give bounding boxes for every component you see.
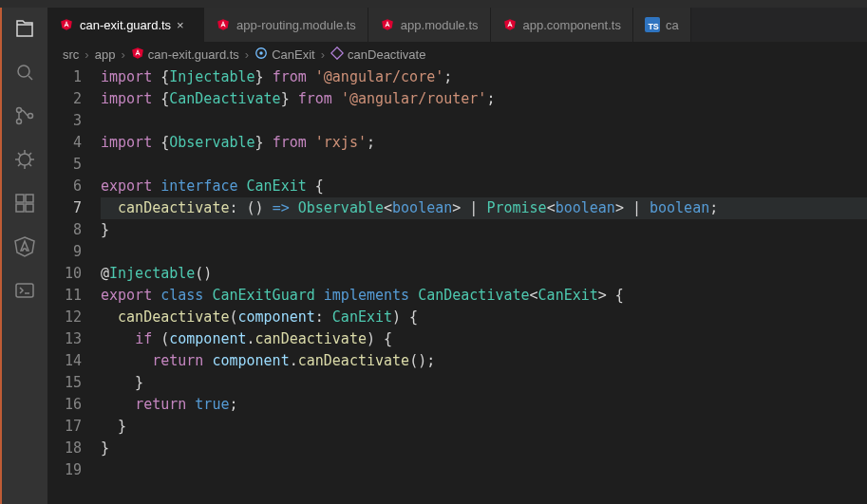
titlebar: [0, 0, 867, 8]
search-icon[interactable]: [11, 59, 38, 85]
code-editor[interactable]: 12345678910111213141516171819 import {In…: [47, 66, 867, 504]
code-line[interactable]: @Injectable(): [101, 263, 867, 285]
breadcrumb-method[interactable]: canDeactivate: [330, 47, 425, 63]
tab-app-routing-module-ts[interactable]: app-routing.module.ts: [204, 8, 368, 42]
tab-label: ca: [666, 18, 679, 32]
angular-icon: [502, 17, 518, 32]
svg-point-11: [259, 51, 263, 55]
line-number: 10: [47, 263, 82, 285]
svg-point-3: [28, 114, 33, 119]
code-line[interactable]: }: [101, 219, 867, 241]
line-number: 5: [47, 154, 82, 176]
angular-ext-icon[interactable]: [11, 233, 38, 260]
line-number: 13: [47, 328, 82, 350]
code-line[interactable]: [101, 154, 867, 176]
breadcrumb-label: app: [95, 47, 116, 62]
code-line[interactable]: import {Injectable} from '@angular/core'…: [101, 66, 867, 88]
line-number: 8: [47, 219, 82, 241]
editor-area: can-exit.guard.ts×app-routing.module.tsa…: [47, 8, 867, 504]
main-area: can-exit.guard.ts×app-routing.module.tsa…: [0, 8, 867, 504]
breadcrumb-folder[interactable]: src: [63, 47, 79, 62]
source-control-icon[interactable]: [11, 103, 38, 129]
breadcrumb-label: can-exit.guard.ts: [148, 47, 239, 62]
chevron-right-icon: ›: [85, 47, 88, 62]
line-number: 11: [47, 285, 82, 307]
code-line[interactable]: }: [101, 438, 867, 459]
chevron-right-icon: ›: [121, 47, 124, 62]
tab-label: app-routing.module.ts: [236, 18, 356, 32]
line-number: 15: [47, 372, 82, 394]
svg-rect-7: [16, 204, 24, 212]
debug-icon[interactable]: [11, 146, 38, 173]
tab-bar: can-exit.guard.ts×app-routing.module.tsa…: [47, 8, 867, 42]
line-number: 14: [47, 350, 82, 372]
code-line[interactable]: [101, 241, 867, 263]
angular-console-icon[interactable]: [11, 277, 38, 304]
code-line[interactable]: canDeactivate: () => Observable<boolean>…: [101, 197, 867, 219]
svg-point-0: [18, 65, 29, 77]
line-number: 9: [47, 241, 82, 263]
chevron-right-icon: ›: [321, 47, 325, 62]
line-number: 17: [47, 416, 82, 438]
line-number: 18: [47, 438, 82, 459]
angular-icon: [380, 17, 395, 32]
svg-rect-6: [26, 195, 33, 202]
code-line[interactable]: import {CanDeactivate} from '@angular/ro…: [101, 88, 867, 110]
svg-rect-8: [26, 204, 33, 212]
svg-rect-9: [16, 284, 33, 297]
line-number: 19: [47, 459, 82, 481]
code-line[interactable]: [101, 459, 867, 481]
code-line[interactable]: export class CanExitGuard implements Can…: [101, 285, 867, 307]
tab-ca[interactable]: TSca: [633, 8, 691, 42]
activity-bar: [0, 8, 47, 504]
angular-icon: [59, 17, 74, 32]
breadcrumb-interface[interactable]: CanExit: [254, 47, 315, 63]
extensions-icon[interactable]: [11, 190, 38, 216]
tab-app-component-ts[interactable]: app.component.ts: [491, 8, 633, 42]
breadcrumb-label: canDeactivate: [348, 47, 425, 62]
code-line[interactable]: import {Observable} from 'rxjs';: [101, 132, 867, 154]
line-number: 6: [47, 176, 82, 197]
line-number: 4: [47, 132, 82, 154]
line-number: 12: [47, 307, 82, 328]
interface-icon: [254, 47, 268, 63]
svg-rect-12: [331, 47, 343, 58]
chevron-right-icon: ›: [245, 47, 249, 62]
code-line[interactable]: export interface CanExit {: [101, 176, 867, 197]
breadcrumb: src›app›can-exit.guard.ts›CanExit›canDea…: [47, 42, 867, 66]
code-line[interactable]: [101, 110, 867, 132]
angular-icon: [131, 47, 144, 63]
method-icon: [330, 47, 344, 63]
tab-label: app.component.ts: [523, 18, 621, 32]
breadcrumb-file[interactable]: can-exit.guard.ts: [131, 47, 239, 63]
breadcrumb-folder[interactable]: app: [95, 47, 116, 62]
code-line[interactable]: }: [101, 416, 867, 438]
tab-label: app.module.ts: [401, 18, 479, 32]
line-number: 16: [47, 394, 82, 416]
line-number: 1: [47, 66, 82, 88]
breadcrumb-label: CanExit: [272, 47, 315, 62]
line-number: 2: [47, 88, 82, 110]
code-line[interactable]: return component.canDeactivate();: [101, 350, 867, 372]
tab-can-exit-guard-ts[interactable]: can-exit.guard.ts×: [47, 8, 204, 42]
svg-point-2: [17, 120, 22, 124]
svg-point-1: [17, 108, 22, 113]
code-line[interactable]: if (component.canDeactivate) {: [101, 328, 867, 350]
code-line[interactable]: return true;: [101, 394, 867, 416]
tab-app-module-ts[interactable]: app.module.ts: [368, 8, 491, 42]
tab-label: can-exit.guard.ts: [80, 18, 171, 32]
line-number-gutter: 12345678910111213141516171819: [47, 66, 101, 504]
svg-rect-5: [16, 195, 24, 202]
code-line[interactable]: }: [101, 372, 867, 394]
breadcrumb-label: src: [63, 47, 79, 62]
code-line[interactable]: canDeactivate(component: CanExit) {: [101, 307, 867, 328]
close-icon[interactable]: ×: [177, 18, 192, 32]
line-number: 3: [47, 110, 82, 132]
typescript-icon: TS: [645, 17, 660, 32]
explorer-icon[interactable]: [11, 15, 38, 42]
angular-icon: [216, 17, 231, 32]
code-content[interactable]: import {Injectable} from '@angular/core'…: [101, 66, 867, 504]
line-number: 7: [47, 197, 82, 219]
